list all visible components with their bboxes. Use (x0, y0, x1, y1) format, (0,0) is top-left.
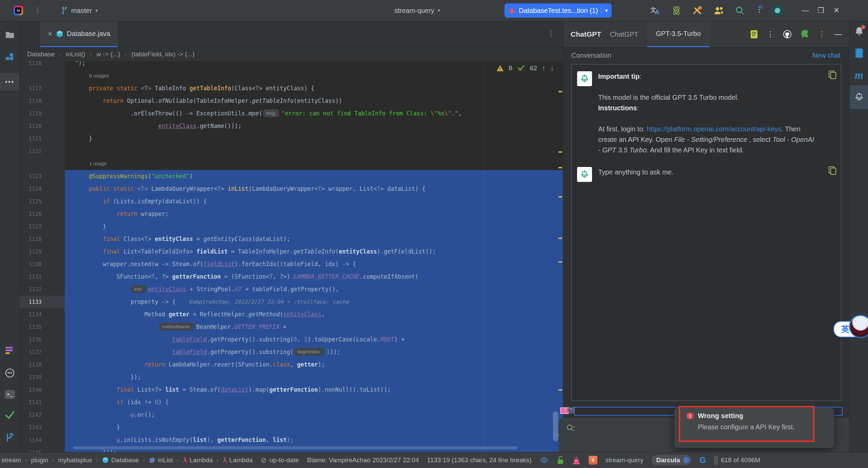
line-number[interactable]: 1140 (20, 383, 65, 396)
code-line[interactable]: private static <T> TableInfo getTableInf… (65, 82, 563, 95)
translate-icon[interactable]: 文A (650, 6, 660, 15)
line-number[interactable]: 1120 (20, 120, 65, 132)
inspections-widget[interactable]: 8 62 ↑ ↓ (496, 64, 554, 73)
git-icon[interactable] (0, 433, 19, 442)
line-number[interactable]: 1141 (20, 396, 65, 409)
database-tool-icon[interactable] (850, 48, 868, 58)
code-line[interactable]: if (Lists.isEmpty(dataList)) { (65, 195, 563, 208)
line-number[interactable]: 1145 (20, 446, 65, 452)
code-line[interactable]: } (65, 421, 563, 434)
line-number[interactable]: 1123 (20, 170, 65, 183)
line-number[interactable]: 1137 (20, 346, 65, 358)
line-number[interactable]: 1144 (20, 434, 65, 446)
atom-icon[interactable] (671, 5, 682, 16)
code-line[interactable]: return wrapper; (65, 208, 563, 220)
settings-kebab-icon[interactable]: ⋮ (755, 6, 761, 15)
line-number[interactable]: 1116 (20, 61, 65, 70)
stripe-warning-mark[interactable] (558, 167, 562, 168)
terminal-icon[interactable]: >_ (0, 390, 19, 399)
line-number[interactable] (20, 70, 65, 82)
theme-switcher[interactable]: Darcula (652, 455, 692, 465)
line-number[interactable]: 1129 (20, 245, 65, 258)
line-number[interactable]: 1133 (20, 296, 65, 308)
todo-icon[interactable] (0, 347, 19, 354)
breadcrumb-item[interactable]: (tableField, idx) -> {...} (132, 51, 195, 58)
cheatsheet-icon[interactable] (750, 30, 758, 39)
stripe-warning-mark[interactable] (558, 91, 562, 92)
line-number[interactable]: 1127 (20, 220, 65, 233)
code-line[interactable]: .orElseThrow(() -> ExceptionUtils.mpe(ms… (65, 107, 563, 120)
code-line[interactable]: w.or(); (65, 409, 563, 421)
code-line[interactable]: } (65, 220, 563, 233)
next-problem-arrow-icon[interactable]: ↓ (550, 64, 554, 73)
stripe-warning-mark[interactable] (558, 196, 562, 198)
line-number[interactable]: 1122 (20, 145, 65, 157)
code-line[interactable]: public static <T> LambdaQueryWrapper<T> … (65, 183, 563, 195)
nav-item[interactable]: λLambda (183, 456, 213, 464)
plugin-puzzle-icon[interactable] (801, 30, 809, 39)
line-number[interactable]: 1130 (20, 258, 65, 270)
vcs-status[interactable]: ⊘up-to-date (261, 456, 299, 464)
main-menu-kebab-icon[interactable]: ⋮ (34, 0, 41, 21)
code-line[interactable]: Method getter = ReflectHelper.getMethod(… (65, 308, 563, 321)
line-number[interactable]: 1117 (20, 82, 65, 95)
code-line[interactable]: final Class<T> entityClass = getEntityCl… (65, 233, 563, 245)
nav-item[interactable]: stream (1, 456, 21, 464)
line-number[interactable]: 1143 (20, 421, 65, 434)
tab-options-kebab-icon[interactable]: ⋮ (547, 30, 555, 37)
notifications-bell-icon[interactable] (850, 26, 868, 36)
breadcrumb-item[interactable]: inList() (66, 51, 85, 58)
stripe-warning-mark[interactable] (558, 151, 562, 153)
close-icon[interactable]: ✕ (47, 30, 53, 38)
breadcrumb-item[interactable]: Database (27, 51, 55, 58)
usage-hint[interactable]: 1 usage (65, 157, 563, 170)
nav-item[interactable]: plugin (31, 456, 48, 464)
code-line[interactable]: key:entityClass + StringPool.AT + tableF… (65, 283, 563, 296)
ide-logo[interactable]: IU (14, 0, 23, 21)
checks-icon[interactable] (0, 411, 19, 419)
more-tool-windows-icon[interactable]: ••• (0, 73, 19, 91)
stripe-warning-mark[interactable] (558, 261, 562, 263)
line-number[interactable]: 1125 (20, 195, 65, 208)
account-avatar[interactable] (772, 5, 783, 16)
code-line[interactable]: methodName:BeanHelper.GETTER_PREFIX + (65, 321, 563, 333)
line-number[interactable]: 1131 (20, 270, 65, 283)
google-icon[interactable]: G (699, 455, 706, 465)
nav-item[interactable]: inList (149, 456, 173, 464)
line-number[interactable]: 1138 (20, 358, 65, 371)
line-number[interactable]: 1136 (20, 333, 65, 346)
tab-database-java[interactable]: ✕ Database.java (40, 21, 118, 47)
vcs-branch-widget[interactable]: master ▾ (61, 0, 98, 21)
conversation-area[interactable]: Important tip:This model is the official… (571, 64, 841, 401)
memory-indicator[interactable]: 618 of 4096M (714, 456, 760, 465)
code-line[interactable]: }); (65, 371, 563, 383)
usage-hint[interactable]: 6 usages (65, 70, 563, 82)
line-number[interactable]: 1121 (20, 132, 65, 145)
copy-icon[interactable] (829, 71, 835, 79)
tools-icon[interactable] (692, 5, 703, 16)
hide-icon[interactable]: — (834, 30, 842, 39)
vertical-scrollbar[interactable] (553, 411, 558, 441)
line-number[interactable]: 1124 (20, 183, 65, 195)
line-number[interactable] (20, 157, 65, 170)
code-line[interactable]: w.in(Lists.isNotEmpty(list), getterFunct… (65, 434, 563, 446)
prev-problem-arrow-icon[interactable]: ↑ (542, 64, 546, 73)
code-line[interactable]: SFunction<T, ?> getterFunction = (SFunct… (65, 270, 563, 283)
code-line[interactable] (65, 145, 563, 157)
line-number[interactable]: 1134 (20, 308, 65, 321)
line-number[interactable]: 1139 (20, 371, 65, 383)
line-number[interactable]: 1119 (20, 107, 65, 120)
line-number[interactable]: 1135 (20, 321, 65, 333)
new-chat-button[interactable]: New chat (812, 52, 849, 59)
line-number[interactable]: 1132 (20, 283, 65, 296)
people-icon[interactable] (713, 6, 724, 15)
minimize-button[interactable]: — (797, 6, 813, 15)
stripe-warning-mark[interactable] (558, 389, 562, 391)
line-number[interactable]: 1128 (20, 233, 65, 245)
chatgpt-tool-icon[interactable] (850, 85, 868, 109)
caret-position[interactable]: 1133:19 (1363 chars, 24 line breaks) (427, 456, 532, 464)
line-number[interactable]: 1126 (20, 208, 65, 220)
eye-icon[interactable] (540, 457, 549, 464)
status-project-name[interactable]: stream-query (606, 456, 644, 464)
code-line[interactable]: return LambdaHelper.revert(SFunction.cla… (65, 358, 563, 371)
